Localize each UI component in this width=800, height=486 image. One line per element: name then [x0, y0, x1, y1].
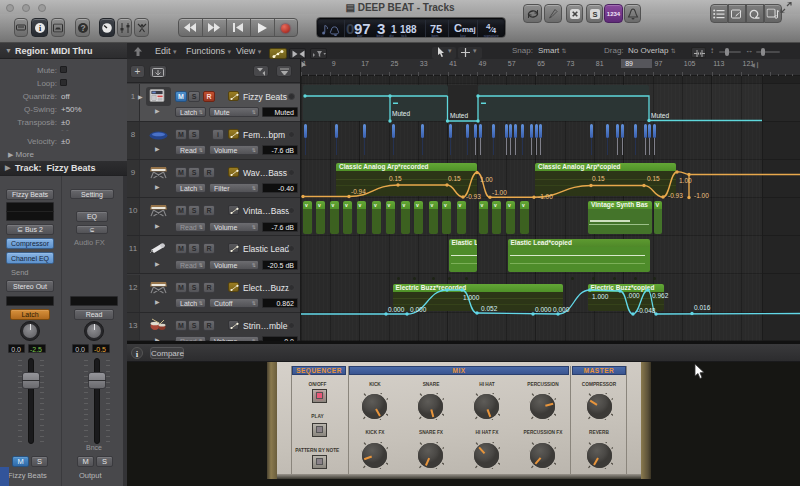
svg-text:.000: .000	[627, 292, 640, 299]
svg-text:1.000: 1.000	[592, 293, 609, 300]
svg-text:Muted: Muted	[651, 112, 669, 119]
svg-text:S: S	[592, 9, 597, 18]
svg-text:-0.93: -0.93	[668, 192, 683, 199]
svg-text:Muted: Muted	[392, 110, 410, 117]
svg-text:-0.94: -0.94	[351, 188, 366, 195]
svg-text:0.15: 0.15	[647, 175, 660, 182]
svg-text:0.000: 0.000	[388, 306, 405, 313]
svg-text:-0.048: -0.048	[637, 307, 656, 314]
svg-text:-1.00: -1.00	[538, 193, 553, 200]
svg-text:1.000: 1.000	[463, 294, 480, 301]
svg-text:?: ?	[80, 22, 85, 32]
svg-text:0.000: 0.000	[535, 306, 552, 313]
svg-text:0.000: 0.000	[553, 306, 570, 313]
svg-text:0.15: 0.15	[592, 175, 605, 182]
svg-text:-1.00: -1.00	[694, 192, 709, 199]
svg-text:0.15: 0.15	[389, 175, 402, 182]
svg-text:1.00: 1.00	[480, 176, 493, 183]
svg-text:-1.00: -1.00	[492, 189, 507, 196]
svg-text:0.962: 0.962	[652, 292, 669, 299]
svg-text:-0.93: -0.93	[466, 193, 481, 200]
svg-text:1.00: 1.00	[679, 177, 692, 184]
svg-text:0.15: 0.15	[448, 175, 461, 182]
svg-text:0.000: 0.000	[410, 306, 427, 313]
svg-text:0.052: 0.052	[481, 305, 498, 312]
svg-text:0.016: 0.016	[694, 304, 711, 311]
svg-text:Muted: Muted	[450, 112, 468, 119]
